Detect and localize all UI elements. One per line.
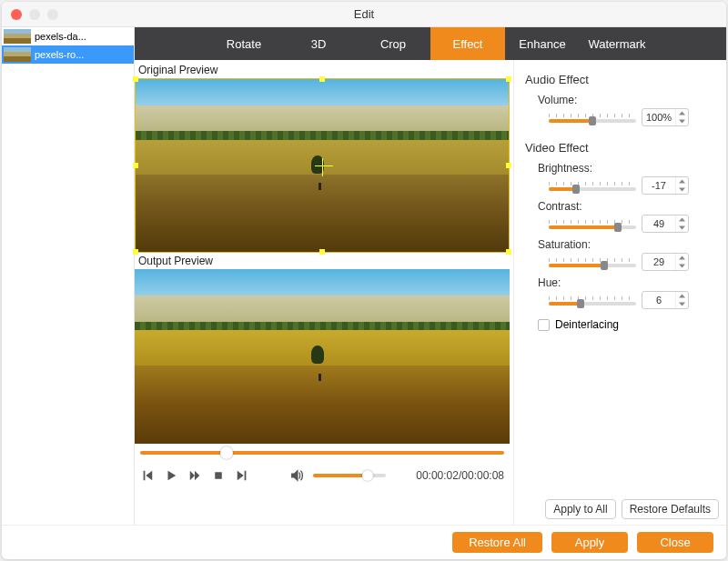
hue-step-down[interactable]: [676, 300, 688, 308]
crosshair-icon: [315, 165, 333, 166]
volume-value: 100%: [642, 112, 675, 123]
crop-handle[interactable]: [133, 76, 138, 82]
svg-rect-0: [215, 472, 222, 479]
hue-label: Hue:: [538, 276, 715, 289]
file-name-label: pexels-da...: [35, 31, 86, 42]
volume-param-slider[interactable]: [549, 111, 636, 124]
volume-icon[interactable]: [289, 468, 304, 483]
titlebar: Edit: [2, 2, 726, 27]
brightness-value: -17: [642, 180, 675, 191]
next-frame-button[interactable]: [235, 468, 249, 483]
restore-all-button[interactable]: Restore All: [452, 532, 542, 553]
contrast-value-box: 49: [642, 215, 689, 233]
volume-value-box: 100%: [642, 108, 689, 126]
crop-handle[interactable]: [133, 163, 138, 168]
saturation-value-box: 29: [642, 253, 689, 271]
play-button[interactable]: [164, 468, 178, 483]
original-preview[interactable]: [135, 78, 510, 253]
panel-bottom-buttons: Apply to All Restore Defaults: [521, 499, 719, 519]
output-preview-label: Output Preview: [135, 253, 510, 269]
preview-column: Original Preview: [135, 60, 513, 525]
crop-handle[interactable]: [506, 249, 511, 255]
content-area: pexels-da... pexels-ro... Rotate 3D Crop…: [2, 27, 726, 525]
file-sidebar: pexels-da... pexels-ro...: [2, 27, 135, 525]
edit-window: Edit pexels-da... pexels-ro... Rotate 3D…: [2, 2, 726, 559]
close-button[interactable]: Close: [637, 532, 713, 553]
footer: Restore All Apply Close: [2, 525, 726, 559]
hue-slider[interactable]: [549, 294, 636, 306]
saturation-label: Saturation:: [538, 238, 715, 251]
progress-row: [135, 444, 510, 462]
volume-step-down[interactable]: [676, 117, 688, 125]
file-name-label: pexels-ro...: [35, 49, 84, 60]
hue-value-box: 6: [642, 291, 689, 309]
output-preview: [135, 269, 510, 444]
saturation-step-down[interactable]: [676, 262, 688, 270]
tab-enhance[interactable]: Enhance: [505, 27, 580, 60]
contrast-step-up[interactable]: [676, 215, 688, 224]
saturation-step-up[interactable]: [676, 254, 688, 262]
prev-frame-button[interactable]: [140, 468, 155, 483]
brightness-value-box: -17: [642, 176, 689, 195]
playback-thumb[interactable]: [220, 446, 233, 459]
crosshair-icon: [322, 158, 323, 176]
deinterlacing-label: Deinterlacing: [555, 318, 619, 331]
apply-to-all-button[interactable]: Apply to All: [545, 499, 615, 519]
playback-controls: 00:00:02/00:00:08: [135, 462, 510, 489]
crop-handle[interactable]: [133, 249, 138, 255]
volume-slider[interactable]: [313, 474, 386, 477]
window-title: Edit: [2, 7, 726, 21]
file-thumbnail: [4, 47, 31, 62]
preview-image: [135, 269, 510, 444]
saturation-slider[interactable]: [549, 255, 636, 268]
restore-defaults-button[interactable]: Restore Defaults: [622, 499, 719, 519]
volume-step-up[interactable]: [676, 109, 688, 117]
stop-button[interactable]: [211, 468, 226, 483]
brightness-step-up[interactable]: [676, 177, 688, 185]
sidebar-item[interactable]: pexels-ro...: [2, 45, 134, 64]
deinterlacing-checkbox[interactable]: [538, 319, 550, 331]
volume-label: Volume:: [538, 94, 715, 106]
contrast-label: Contrast:: [538, 200, 715, 213]
contrast-slider[interactable]: [549, 217, 636, 230]
brightness-slider[interactable]: [549, 179, 636, 192]
crop-handle[interactable]: [506, 163, 511, 168]
effects-panel: Audio Effect Volume: 100%: [513, 60, 726, 525]
hue-value: 6: [642, 295, 675, 306]
contrast-value: 49: [642, 218, 675, 229]
workspace: Original Preview: [135, 60, 726, 525]
deinterlacing-row: Deinterlacing: [538, 318, 715, 331]
tab-bar: Rotate 3D Crop Effect Enhance Watermark: [135, 27, 726, 60]
tab-rotate[interactable]: Rotate: [207, 27, 281, 60]
tab-watermark[interactable]: Watermark: [580, 27, 654, 60]
tab-effect[interactable]: Effect: [430, 27, 505, 60]
hue-step-up[interactable]: [676, 292, 688, 300]
crop-handle[interactable]: [319, 249, 325, 255]
video-effect-title: Video Effect: [525, 141, 715, 155]
tab-crop[interactable]: Crop: [356, 27, 430, 60]
apply-button[interactable]: Apply: [551, 532, 628, 553]
crop-handle[interactable]: [319, 76, 325, 82]
tab-3d[interactable]: 3D: [281, 27, 356, 60]
volume-thumb[interactable]: [362, 470, 373, 481]
audio-effect-title: Audio Effect: [525, 73, 715, 86]
brightness-step-down[interactable]: [676, 185, 688, 194]
crop-handle[interactable]: [506, 76, 511, 82]
playback-slider[interactable]: [140, 451, 504, 455]
saturation-value: 29: [642, 256, 675, 267]
sidebar-item[interactable]: pexels-da...: [2, 27, 134, 45]
fast-forward-button[interactable]: [187, 468, 202, 483]
contrast-step-down[interactable]: [676, 224, 688, 232]
brightness-label: Brightness:: [538, 162, 715, 175]
file-thumbnail: [4, 29, 31, 44]
main-area: Rotate 3D Crop Effect Enhance Watermark …: [135, 27, 726, 525]
time-label: 00:00:02/00:00:08: [416, 469, 504, 482]
